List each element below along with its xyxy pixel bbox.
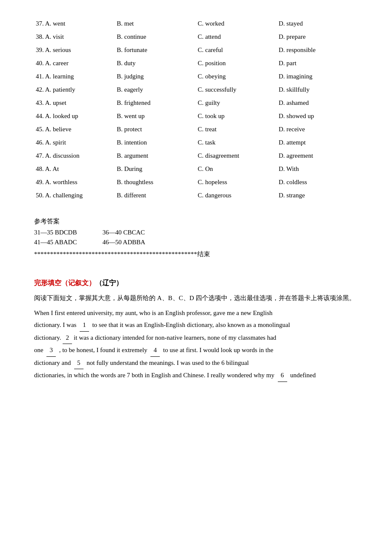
fill-blank-6: 6	[278, 369, 287, 382]
answers-section: 参考答案 31—35 BDCDB 36—40 CBCAC 41—45 ABADC…	[34, 217, 358, 258]
table-row: 42. A. patientlyB. eagerlyC. successfull…	[34, 83, 358, 96]
answers-row-1: 31—35 BDCDB 36—40 CBCAC	[34, 229, 358, 236]
section-title: 完形填空（记叙文）（辽宁）	[34, 279, 358, 288]
table-row: 45. A. believeB. protectC. treatD. recei…	[34, 123, 358, 136]
question-option: D. imagining	[277, 70, 358, 83]
question-option: 39. A. serious	[34, 43, 115, 57]
question-option: D. stayed	[277, 17, 358, 30]
passage-line-3: one 3 , to be honest, I found it extreme…	[34, 344, 358, 357]
question-option: C. successfully	[196, 83, 277, 96]
passage-line-2: dictionary. 2 it was a dictionary intend…	[34, 332, 358, 344]
question-option: D. strange	[277, 189, 358, 202]
question-option: 38. A. visit	[34, 30, 115, 43]
question-option: D. agreement	[277, 149, 358, 162]
fill-blank-2: 2	[63, 332, 72, 344]
question-option: B. eagerly	[115, 83, 196, 96]
question-option: B. argument	[115, 149, 196, 162]
question-option: D. part	[277, 57, 358, 70]
answers-31-35: 31—35 BDCDB	[34, 229, 77, 236]
table-row: 40. A. careerB. dutyC. positionD. part	[34, 57, 358, 70]
passage-line-5: dictionaries, in which the words are 7 b…	[34, 369, 358, 382]
fill-blank-5: 5	[74, 357, 84, 370]
section-title-black: （辽宁）	[95, 279, 123, 286]
answers-title: 参考答案	[34, 217, 358, 225]
table-row: 44. A. looked upB. went upC. took upD. s…	[34, 110, 358, 123]
answers-46-50: 46—50 ADBBA	[102, 239, 145, 246]
questions-section: 37. A. wentB. metC. workedD. stayed38. A…	[34, 17, 358, 202]
question-option: B. met	[115, 17, 196, 30]
question-option: 46. A. spirit	[34, 136, 115, 149]
question-option: B. judging	[115, 70, 196, 83]
question-option: 42. A. patiently	[34, 83, 115, 96]
question-option: D. prepare	[277, 30, 358, 43]
table-row: 38. A. visitB. continueC. attendD. prepa…	[34, 30, 358, 43]
question-option: B. duty	[115, 57, 196, 70]
questions-table: 37. A. wentB. metC. workedD. stayed38. A…	[34, 17, 358, 202]
question-option: B. frightened	[115, 96, 196, 110]
question-option: C. hopeless	[196, 176, 277, 189]
question-option: B. fortunate	[115, 43, 196, 57]
question-option: B. protect	[115, 123, 196, 136]
question-option: D. attempt	[277, 136, 358, 149]
end-line: ****************************************…	[34, 250, 358, 258]
fill-blank-1: 1	[80, 319, 89, 332]
question-option: C. careful	[196, 43, 277, 57]
table-row: 39. A. seriousB. fortunateC. carefulD. r…	[34, 43, 358, 57]
question-option: C. task	[196, 136, 277, 149]
question-option: C. obeying	[196, 70, 277, 83]
question-option: 45. A. believe	[34, 123, 115, 136]
passage-line-4: dictionary and 5 not fully understand th…	[34, 357, 358, 370]
instruction: 阅读下面短文，掌握其大意，从每题所给的 A、B、C、D 四个选项中，选出最佳选项…	[34, 292, 358, 304]
question-option: 50. A. challenging	[34, 189, 115, 202]
question-option: C. treat	[196, 123, 277, 136]
question-option: 41. A. learning	[34, 70, 115, 83]
question-option: 47. A. discussion	[34, 149, 115, 162]
question-option: C. attend	[196, 30, 277, 43]
table-row: 43. A. upsetB. frightenedC. guiltyD. ash…	[34, 96, 358, 110]
question-option: B. During	[115, 162, 196, 176]
question-option: B. thoughtless	[115, 176, 196, 189]
question-option: B. continue	[115, 30, 196, 43]
question-option: 37. A. went	[34, 17, 115, 30]
table-row: 48. A. AtB. DuringC. OnD. With	[34, 162, 358, 176]
question-option: C. took up	[196, 110, 277, 123]
question-option: D. responsible	[277, 43, 358, 57]
answers-41-45: 41—45 ABADC	[34, 239, 77, 246]
passage-line-1: dictionary. I was 1 to see that it was a…	[34, 319, 358, 332]
question-option: C. worked	[196, 17, 277, 30]
table-row: 50. A. challengingB. differentC. dangero…	[34, 189, 358, 202]
question-option: B. intention	[115, 136, 196, 149]
section-title-red: 完形填空（记叙文）	[34, 279, 95, 286]
question-option: 48. A. At	[34, 162, 115, 176]
table-row: 41. A. learningB. judgingC. obeyingD. im…	[34, 70, 358, 83]
question-option: 49. A. worthless	[34, 176, 115, 189]
question-option: C. guilty	[196, 96, 277, 110]
question-option: D. With	[277, 162, 358, 176]
question-option: C. position	[196, 57, 277, 70]
question-option: D. ashamed	[277, 96, 358, 110]
question-option: 43. A. upset	[34, 96, 115, 110]
passage-line-0: When I first entered university, my aunt…	[34, 307, 358, 319]
table-row: 46. A. spiritB. intentionC. taskD. attem…	[34, 136, 358, 149]
question-option: C. On	[196, 162, 277, 176]
question-option: 44. A. looked up	[34, 110, 115, 123]
question-option: 40. A. career	[34, 57, 115, 70]
question-option: D. receive	[277, 123, 358, 136]
question-option: C. dangerous	[196, 189, 277, 202]
question-option: D. coldless	[277, 176, 358, 189]
question-option: D. skillfully	[277, 83, 358, 96]
answers-36-40: 36—40 CBCAC	[102, 229, 145, 236]
fill-blank-3: 3	[46, 344, 56, 357]
question-option: B. went up	[115, 110, 196, 123]
question-option: C. disagreement	[196, 149, 277, 162]
fill-blank-4: 4	[150, 344, 160, 357]
passage: When I first entered university, my aunt…	[34, 307, 358, 382]
table-row: 47. A. discussionB. argumentC. disagreem…	[34, 149, 358, 162]
table-row: 49. A. worthlessB. thoughtlessC. hopeles…	[34, 176, 358, 189]
answers-row-2: 41—45 ABADC 46—50 ADBBA	[34, 239, 358, 246]
table-row: 37. A. wentB. metC. workedD. stayed	[34, 17, 358, 30]
question-option: D. showed up	[277, 110, 358, 123]
question-option: B. different	[115, 189, 196, 202]
